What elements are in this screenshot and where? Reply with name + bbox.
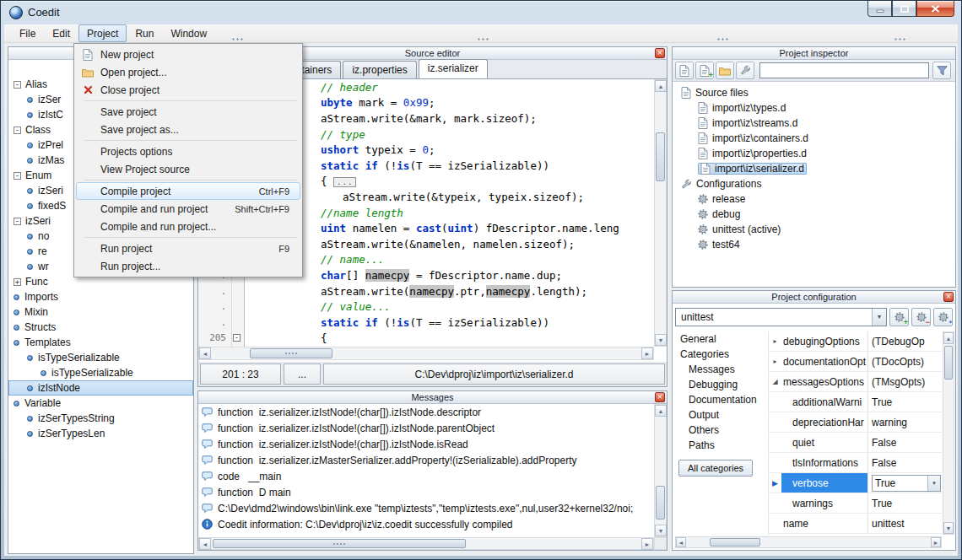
category-documentation[interactable]: Documentation bbox=[675, 392, 767, 407]
inspector-item-release[interactable]: release bbox=[673, 191, 955, 207]
chevron-down-icon[interactable]: ▼ bbox=[872, 309, 886, 326]
configuration-combobox[interactable]: unittest ▼ bbox=[675, 308, 887, 326]
code-line[interactable]: .aStream.write(namecpy.ptr,namecpy.lengt… bbox=[198, 283, 667, 299]
configuration-horizontal-scrollbar[interactable]: ◄ ► bbox=[675, 536, 942, 548]
symbol-item-izistnode[interactable]: izIstNode bbox=[8, 380, 193, 396]
remove-config-gear-button[interactable]: − bbox=[911, 308, 931, 326]
scroll-down-arrow[interactable]: ▼ bbox=[655, 525, 667, 536]
message-row[interactable]: Coedit information: C:\Dev\dproj\iz\iz.c… bbox=[198, 516, 654, 532]
menu-item-save-project-as[interactable]: Save project as... bbox=[76, 121, 300, 138]
menu-run[interactable]: Run bbox=[127, 24, 162, 42]
menu-item-open-project[interactable]: Open project... bbox=[76, 63, 300, 81]
collapse-icon[interactable]: - bbox=[14, 218, 21, 225]
inspector-item-import-iz-properties-d[interactable]: import\iz\properties.d bbox=[673, 146, 955, 161]
inspector-item-test64[interactable]: test64 bbox=[673, 237, 955, 252]
menu-project[interactable]: Project bbox=[78, 24, 127, 42]
property-row-name[interactable]: nameunittest bbox=[769, 514, 942, 534]
code-line[interactable]: .static if (!is(T == izSerializable)) bbox=[198, 315, 667, 331]
property-row-tlsinformations[interactable]: tlsInformationsFalse bbox=[769, 453, 942, 473]
symbol-item-istypeserializable[interactable]: isTypeSerializable bbox=[8, 365, 193, 380]
message-row[interactable]: function D main bbox=[198, 484, 654, 500]
menu-item-compile-and-run-project[interactable]: Compile and run project... bbox=[76, 218, 300, 235]
scroll-right-arrow[interactable]: ► bbox=[641, 347, 653, 359]
inspector-item-import-iz-containers-d[interactable]: import\iz\containers.d bbox=[673, 131, 955, 146]
inspector-item-import-iz-serializer-d[interactable]: import\iz\serializer.d bbox=[673, 161, 955, 176]
splitter-grip[interactable] bbox=[231, 38, 245, 40]
message-row[interactable]: function iz.serializer.izIstNode!(char[]… bbox=[198, 404, 654, 420]
category-general[interactable]: General bbox=[675, 331, 767, 347]
scroll-up-arrow[interactable]: ▲ bbox=[655, 405, 667, 417]
category-messages[interactable]: Messages bbox=[675, 362, 767, 377]
menu-item-close-project[interactable]: Close project bbox=[76, 81, 300, 99]
category-others[interactable]: Others bbox=[675, 423, 767, 438]
symbol-item-templates[interactable]: Templates bbox=[8, 335, 193, 350]
menu-item-compile-project[interactable]: Compile projectCtrl+F9 bbox=[76, 182, 300, 200]
expand-icon[interactable]: ▸ bbox=[769, 331, 781, 351]
menu-item-save-project[interactable]: Save project bbox=[76, 103, 300, 121]
splitter-grip[interactable] bbox=[894, 38, 907, 40]
menu-file[interactable]: File bbox=[11, 24, 44, 42]
scroll-down-arrow[interactable]: ▼ bbox=[655, 334, 667, 346]
project-settings-button[interactable] bbox=[736, 62, 754, 79]
menu-window[interactable]: Window bbox=[162, 24, 215, 42]
symbol-item-imports[interactable]: Imports bbox=[8, 289, 193, 304]
collapse-icon[interactable]: ◢ bbox=[769, 372, 781, 391]
category-categories[interactable]: Categories bbox=[675, 347, 767, 362]
editor-horizontal-scrollbar[interactable]: ◄ ► bbox=[198, 347, 654, 360]
menu-item-view-project-source[interactable]: View Project source bbox=[76, 160, 300, 178]
splitter-grip[interactable] bbox=[716, 38, 730, 40]
category-output[interactable]: Output bbox=[675, 407, 767, 423]
property-row-depreciationhar[interactable]: depreciationHarwarning bbox=[769, 412, 942, 433]
close-messages-button[interactable] bbox=[655, 392, 665, 402]
scroll-thumb[interactable] bbox=[656, 486, 665, 520]
expand-icon[interactable]: + bbox=[14, 278, 21, 286]
editor-vertical-scrollbar[interactable]: ▲ ▼ bbox=[654, 79, 667, 347]
property-row-documentationopt[interactable]: ▸documentationOpt(TDocOpts) bbox=[769, 352, 942, 372]
close-project-configuration-button[interactable] bbox=[943, 292, 954, 302]
tab-iz-properties[interactable]: iz.properties bbox=[343, 61, 416, 78]
scroll-thumb[interactable] bbox=[710, 538, 760, 547]
messages-horizontal-scrollbar[interactable]: ◄ ► bbox=[198, 537, 654, 550]
message-row[interactable]: function iz.serializer.izIstNode!(char[]… bbox=[198, 420, 654, 436]
inspector-item-configurations[interactable]: Configurations bbox=[673, 176, 955, 191]
add-source-button[interactable]: + bbox=[695, 62, 714, 79]
menu-item-run-project[interactable]: Run project... bbox=[76, 257, 300, 275]
message-row[interactable]: function iz.serializer.izIstNode!(char[]… bbox=[198, 436, 654, 452]
property-row-messagesoptions[interactable]: ◢messagesOptions(TMsgOpts) bbox=[769, 372, 942, 392]
inspector-item-source-files[interactable]: Source files bbox=[673, 85, 955, 100]
inspector-item-debug[interactable]: debug bbox=[673, 207, 955, 222]
collapse-icon[interactable]: - bbox=[14, 81, 21, 89]
message-row[interactable]: function iz.serializer.izMasterSerialize… bbox=[198, 452, 654, 468]
titlebar[interactable]: Coedit bbox=[1, 1, 961, 24]
minimize-button[interactable] bbox=[867, 1, 892, 17]
symbol-item-izsertypeslen[interactable]: izSerTypesLen bbox=[8, 426, 193, 441]
scroll-up-arrow[interactable]: ▲ bbox=[943, 332, 954, 344]
splitter-grip[interactable] bbox=[477, 38, 490, 40]
scroll-down-arrow[interactable]: ▼ bbox=[943, 522, 954, 534]
property-row-warnings[interactable]: warningsTrue bbox=[769, 493, 942, 514]
collapse-icon[interactable]: - bbox=[14, 127, 21, 134]
close-button[interactable] bbox=[916, 1, 954, 17]
maximize-button[interactable] bbox=[892, 1, 916, 17]
clone-config-gear-button[interactable]: • bbox=[933, 308, 953, 326]
scroll-left-arrow[interactable]: ◄ bbox=[199, 538, 211, 550]
value-combobox[interactable]: True▼ bbox=[872, 475, 941, 492]
scroll-thumb[interactable] bbox=[213, 539, 466, 548]
symbol-item-istypeserializable[interactable]: isTypeSerializable bbox=[8, 350, 193, 365]
menu-edit[interactable]: Edit bbox=[44, 24, 78, 42]
inspector-item-import-iz-streams-d[interactable]: import\iz\streams.d bbox=[673, 116, 955, 131]
scroll-right-arrow[interactable]: ► bbox=[931, 537, 941, 547]
chevron-down-icon[interactable]: ▼ bbox=[927, 476, 940, 491]
scroll-up-arrow[interactable]: ▲ bbox=[655, 80, 667, 92]
property-row-quiet[interactable]: quietFalse bbox=[769, 433, 942, 453]
symbol-item-izsertypesstring[interactable]: izSerTypesString bbox=[8, 411, 193, 426]
scroll-thumb[interactable] bbox=[944, 346, 953, 380]
open-folder-button[interactable] bbox=[716, 62, 734, 79]
grid-vertical-scrollbar[interactable]: ▲ ▼ bbox=[943, 331, 954, 535]
add-config-gear-button[interactable]: + bbox=[889, 308, 909, 326]
messages-vertical-scrollbar[interactable]: ▲ ▼ bbox=[654, 404, 667, 537]
symbol-item-mixin[interactable]: Mixin bbox=[8, 304, 193, 320]
scroll-thumb[interactable] bbox=[250, 348, 332, 358]
category-debugging[interactable]: Debugging bbox=[675, 377, 767, 392]
symbol-item-structs[interactable]: Structs bbox=[8, 320, 193, 335]
